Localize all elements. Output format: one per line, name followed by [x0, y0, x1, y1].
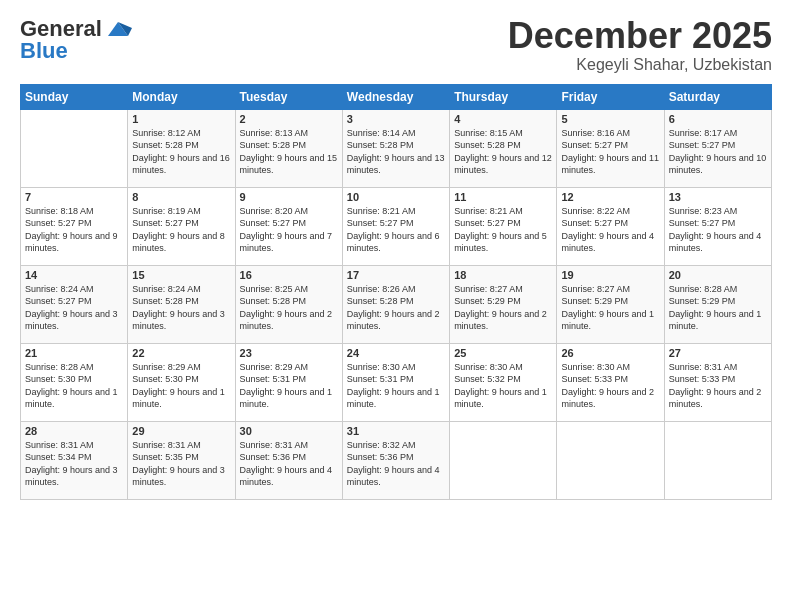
day-info: Sunrise: 8:32 AMSunset: 5:36 PMDaylight:… [347, 440, 440, 488]
day-number: 2 [240, 113, 338, 125]
day-info: Sunrise: 8:31 AMSunset: 5:34 PMDaylight:… [25, 440, 118, 488]
day-number: 17 [347, 269, 445, 281]
day-number: 29 [132, 425, 230, 437]
calendar-cell: 23Sunrise: 8:29 AMSunset: 5:31 PMDayligh… [235, 343, 342, 421]
calendar-cell: 27Sunrise: 8:31 AMSunset: 5:33 PMDayligh… [664, 343, 771, 421]
calendar-cell: 28Sunrise: 8:31 AMSunset: 5:34 PMDayligh… [21, 421, 128, 499]
calendar-cell: 7Sunrise: 8:18 AMSunset: 5:27 PMDaylight… [21, 187, 128, 265]
calendar-cell: 26Sunrise: 8:30 AMSunset: 5:33 PMDayligh… [557, 343, 664, 421]
day-number: 19 [561, 269, 659, 281]
calendar-cell: 20Sunrise: 8:28 AMSunset: 5:29 PMDayligh… [664, 265, 771, 343]
calendar-cell: 30Sunrise: 8:31 AMSunset: 5:36 PMDayligh… [235, 421, 342, 499]
day-info: Sunrise: 8:27 AMSunset: 5:29 PMDaylight:… [454, 284, 547, 332]
col-friday: Friday [557, 84, 664, 109]
day-info: Sunrise: 8:18 AMSunset: 5:27 PMDaylight:… [25, 206, 118, 254]
day-number: 25 [454, 347, 552, 359]
page: General Blue December 2025 Kegeyli Shaha… [0, 0, 792, 612]
day-info: Sunrise: 8:19 AMSunset: 5:27 PMDaylight:… [132, 206, 225, 254]
week-row-2: 7Sunrise: 8:18 AMSunset: 5:27 PMDaylight… [21, 187, 772, 265]
logo-icon [104, 18, 132, 40]
month-title: December 2025 [508, 16, 772, 56]
day-info: Sunrise: 8:28 AMSunset: 5:30 PMDaylight:… [25, 362, 118, 410]
day-number: 7 [25, 191, 123, 203]
day-info: Sunrise: 8:22 AMSunset: 5:27 PMDaylight:… [561, 206, 654, 254]
day-info: Sunrise: 8:31 AMSunset: 5:33 PMDaylight:… [669, 362, 762, 410]
week-row-3: 14Sunrise: 8:24 AMSunset: 5:27 PMDayligh… [21, 265, 772, 343]
day-info: Sunrise: 8:28 AMSunset: 5:29 PMDaylight:… [669, 284, 762, 332]
day-info: Sunrise: 8:12 AMSunset: 5:28 PMDaylight:… [132, 128, 230, 176]
calendar-cell: 21Sunrise: 8:28 AMSunset: 5:30 PMDayligh… [21, 343, 128, 421]
col-wednesday: Wednesday [342, 84, 449, 109]
day-number: 26 [561, 347, 659, 359]
day-number: 23 [240, 347, 338, 359]
col-monday: Monday [128, 84, 235, 109]
calendar-cell: 31Sunrise: 8:32 AMSunset: 5:36 PMDayligh… [342, 421, 449, 499]
calendar-cell: 2Sunrise: 8:13 AMSunset: 5:28 PMDaylight… [235, 109, 342, 187]
day-info: Sunrise: 8:24 AMSunset: 5:28 PMDaylight:… [132, 284, 225, 332]
week-row-5: 28Sunrise: 8:31 AMSunset: 5:34 PMDayligh… [21, 421, 772, 499]
day-info: Sunrise: 8:21 AMSunset: 5:27 PMDaylight:… [454, 206, 547, 254]
day-number: 27 [669, 347, 767, 359]
day-number: 4 [454, 113, 552, 125]
day-number: 28 [25, 425, 123, 437]
day-info: Sunrise: 8:29 AMSunset: 5:31 PMDaylight:… [240, 362, 333, 410]
calendar-cell: 16Sunrise: 8:25 AMSunset: 5:28 PMDayligh… [235, 265, 342, 343]
day-number: 15 [132, 269, 230, 281]
day-number: 12 [561, 191, 659, 203]
day-number: 21 [25, 347, 123, 359]
day-number: 13 [669, 191, 767, 203]
calendar-cell: 29Sunrise: 8:31 AMSunset: 5:35 PMDayligh… [128, 421, 235, 499]
day-info: Sunrise: 8:16 AMSunset: 5:27 PMDaylight:… [561, 128, 659, 176]
day-number: 9 [240, 191, 338, 203]
day-number: 16 [240, 269, 338, 281]
day-number: 14 [25, 269, 123, 281]
day-info: Sunrise: 8:20 AMSunset: 5:27 PMDaylight:… [240, 206, 333, 254]
calendar-cell: 22Sunrise: 8:29 AMSunset: 5:30 PMDayligh… [128, 343, 235, 421]
day-number: 22 [132, 347, 230, 359]
calendar-cell [557, 421, 664, 499]
day-info: Sunrise: 8:15 AMSunset: 5:28 PMDaylight:… [454, 128, 552, 176]
day-number: 31 [347, 425, 445, 437]
calendar-cell: 3Sunrise: 8:14 AMSunset: 5:28 PMDaylight… [342, 109, 449, 187]
day-info: Sunrise: 8:29 AMSunset: 5:30 PMDaylight:… [132, 362, 225, 410]
day-info: Sunrise: 8:30 AMSunset: 5:32 PMDaylight:… [454, 362, 547, 410]
calendar-cell: 24Sunrise: 8:30 AMSunset: 5:31 PMDayligh… [342, 343, 449, 421]
calendar-cell [450, 421, 557, 499]
day-info: Sunrise: 8:23 AMSunset: 5:27 PMDaylight:… [669, 206, 762, 254]
col-sunday: Sunday [21, 84, 128, 109]
calendar-cell: 9Sunrise: 8:20 AMSunset: 5:27 PMDaylight… [235, 187, 342, 265]
day-info: Sunrise: 8:30 AMSunset: 5:31 PMDaylight:… [347, 362, 440, 410]
location: Kegeyli Shahar, Uzbekistan [508, 56, 772, 74]
day-info: Sunrise: 8:24 AMSunset: 5:27 PMDaylight:… [25, 284, 118, 332]
week-row-4: 21Sunrise: 8:28 AMSunset: 5:30 PMDayligh… [21, 343, 772, 421]
calendar-cell: 1Sunrise: 8:12 AMSunset: 5:28 PMDaylight… [128, 109, 235, 187]
calendar-cell: 6Sunrise: 8:17 AMSunset: 5:27 PMDaylight… [664, 109, 771, 187]
day-number: 8 [132, 191, 230, 203]
day-number: 6 [669, 113, 767, 125]
week-row-1: 1Sunrise: 8:12 AMSunset: 5:28 PMDaylight… [21, 109, 772, 187]
day-number: 10 [347, 191, 445, 203]
calendar-cell: 19Sunrise: 8:27 AMSunset: 5:29 PMDayligh… [557, 265, 664, 343]
day-number: 24 [347, 347, 445, 359]
day-number: 11 [454, 191, 552, 203]
day-number: 30 [240, 425, 338, 437]
col-tuesday: Tuesday [235, 84, 342, 109]
day-number: 1 [132, 113, 230, 125]
col-saturday: Saturday [664, 84, 771, 109]
day-number: 18 [454, 269, 552, 281]
calendar-cell: 13Sunrise: 8:23 AMSunset: 5:27 PMDayligh… [664, 187, 771, 265]
day-info: Sunrise: 8:26 AMSunset: 5:28 PMDaylight:… [347, 284, 440, 332]
col-thursday: Thursday [450, 84, 557, 109]
day-info: Sunrise: 8:14 AMSunset: 5:28 PMDaylight:… [347, 128, 445, 176]
title-block: December 2025 Kegeyli Shahar, Uzbekistan [508, 16, 772, 74]
calendar-cell: 14Sunrise: 8:24 AMSunset: 5:27 PMDayligh… [21, 265, 128, 343]
day-info: Sunrise: 8:13 AMSunset: 5:28 PMDaylight:… [240, 128, 338, 176]
calendar-cell [664, 421, 771, 499]
calendar-cell: 12Sunrise: 8:22 AMSunset: 5:27 PMDayligh… [557, 187, 664, 265]
day-number: 20 [669, 269, 767, 281]
header: General Blue December 2025 Kegeyli Shaha… [20, 16, 772, 74]
day-info: Sunrise: 8:17 AMSunset: 5:27 PMDaylight:… [669, 128, 767, 176]
calendar-table: SundayMondayTuesdayWednesdayThursdayFrid… [20, 84, 772, 500]
calendar-cell [21, 109, 128, 187]
logo: General Blue [20, 16, 132, 64]
